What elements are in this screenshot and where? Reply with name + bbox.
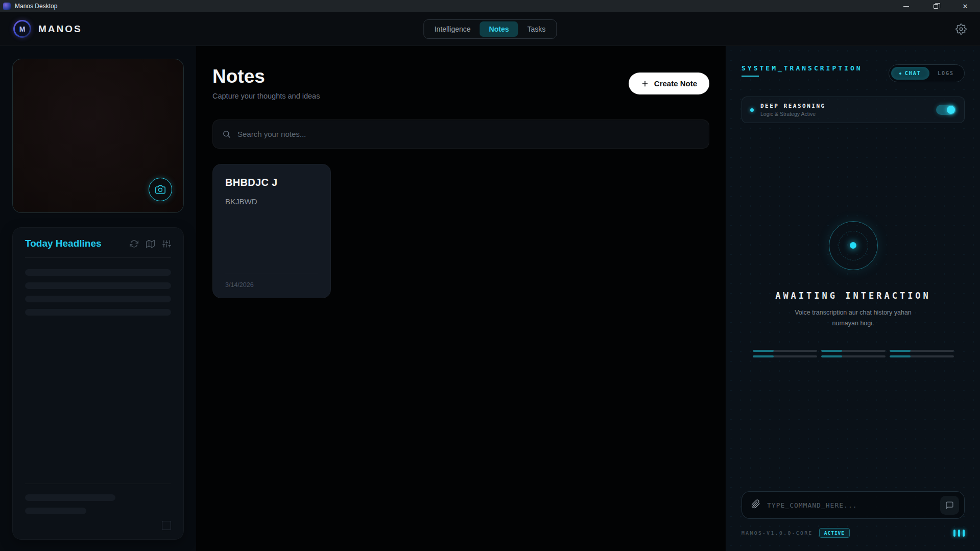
window-title: Manos Desktop: [15, 3, 891, 10]
command-input[interactable]: [767, 501, 934, 509]
radar-indicator: [829, 221, 878, 270]
radar-core-dot: [850, 242, 856, 249]
gear-icon: [955, 23, 967, 35]
camera-icon: [155, 184, 165, 195]
brand-name: MANOS: [38, 23, 82, 35]
create-note-label: Create Note: [654, 79, 697, 88]
chat-logs-tabs: CHAT LOGS: [889, 64, 965, 82]
tab-tasks[interactable]: Tasks: [518, 21, 555, 37]
deep-reasoning-subtitle: Logic & Strategy Active: [760, 111, 929, 117]
maximize-icon: [934, 4, 938, 9]
app-header: M MANOS Intelligence Notes Tasks: [0, 12, 980, 46]
panel-title: SYSTEM_TRANSCRIPTION: [742, 64, 889, 72]
deep-reasoning-row: DEEP REASONING Logic & Strategy Active: [742, 97, 965, 123]
notes-section: Notes Capture your thoughts and ideas Cr…: [196, 46, 726, 551]
headline-skeleton: [25, 282, 171, 289]
headline-skeleton: [25, 296, 171, 302]
attach-button[interactable]: [751, 499, 760, 511]
refresh-headlines-button[interactable]: [130, 239, 138, 248]
refresh-icon: [130, 239, 138, 248]
plus-icon: [641, 80, 649, 88]
tab-chat[interactable]: CHAT: [891, 67, 929, 80]
window-titlebar: Manos Desktop ✕: [0, 0, 980, 12]
audio-meter-group: [753, 350, 817, 357]
paperclip-icon: [751, 499, 760, 509]
capture-photo-button[interactable]: [149, 178, 172, 201]
send-message-button[interactable]: [940, 496, 959, 515]
audio-visualizer-icon: [953, 530, 965, 537]
radar-inner-ring: [839, 231, 868, 260]
note-date: 3/14/2026: [225, 281, 318, 289]
audio-meter-group: [890, 350, 954, 357]
headline-skeleton: [25, 309, 171, 316]
settings-button[interactable]: [955, 23, 967, 35]
note-body: BKJBWD: [225, 197, 318, 206]
version-label: MANOS-V1.0.0-CORE: [742, 530, 813, 536]
close-icon: ✕: [963, 3, 968, 10]
app-icon: [3, 3, 11, 10]
tab-intelligence[interactable]: Intelligence: [425, 21, 480, 37]
close-button[interactable]: ✕: [950, 0, 980, 12]
toggle-knob: [947, 106, 955, 114]
stop-square-icon: [162, 521, 171, 530]
search-input[interactable]: [237, 130, 700, 138]
tab-notes[interactable]: Notes: [480, 21, 518, 37]
active-dot-icon: [899, 73, 901, 75]
footer-skeleton: [25, 494, 115, 501]
page-title: Notes: [212, 66, 320, 87]
main-nav-tabs: Intelligence Notes Tasks: [423, 19, 557, 39]
deep-reasoning-title: DEEP REASONING: [760, 103, 929, 109]
page-subtitle: Capture your thoughts and ideas: [212, 92, 320, 100]
search-bar: [212, 119, 709, 149]
awaiting-title: AWAITING INTERACTION: [775, 291, 931, 301]
create-note-button[interactable]: Create Note: [629, 73, 709, 94]
audio-meter-group: [821, 350, 886, 357]
divider: [225, 274, 318, 274]
note-card[interactable]: BHBDJC J BKJBWD 3/14/2026: [212, 164, 331, 298]
webcam-preview: [12, 59, 184, 213]
maximize-button[interactable]: [921, 0, 950, 12]
left-sidebar: Today Headlines: [0, 46, 196, 551]
map-icon: [146, 239, 155, 248]
headlines-title: Today Headlines: [25, 238, 130, 249]
message-bubble-icon: [945, 501, 954, 510]
transcription-panel: SYSTEM_TRANSCRIPTION CHAT LOGS DEEP REAS…: [726, 46, 980, 551]
command-bar: [742, 491, 965, 519]
manos-logo-icon: M: [13, 20, 31, 38]
sliders-icon: [162, 239, 171, 248]
tab-chat-label: CHAT: [905, 70, 921, 76]
minimize-icon: [903, 6, 909, 7]
awaiting-subtitle: Voice transcription aur chat history yah…: [795, 307, 912, 328]
brand: M MANOS: [13, 20, 82, 38]
headline-skeleton: [25, 269, 171, 276]
divider: [25, 484, 171, 484]
tab-logs-label: LOGS: [938, 70, 954, 76]
footer-skeleton: [25, 508, 86, 514]
search-icon: [222, 130, 231, 138]
audio-meters: [753, 350, 954, 357]
headlines-card: Today Headlines: [12, 227, 184, 540]
logo-letter: M: [15, 21, 30, 36]
title-underline: [742, 76, 759, 77]
tab-logs[interactable]: LOGS: [929, 67, 962, 80]
status-badge: ACTIVE: [819, 528, 850, 538]
minimize-button[interactable]: [891, 0, 921, 12]
note-title: BHBDJC J: [225, 177, 318, 188]
map-view-button[interactable]: [146, 239, 155, 248]
filter-headlines-button[interactable]: [162, 239, 171, 248]
divider: [25, 257, 171, 258]
status-dot-icon: [750, 108, 754, 112]
deep-reasoning-toggle[interactable]: [936, 105, 956, 115]
